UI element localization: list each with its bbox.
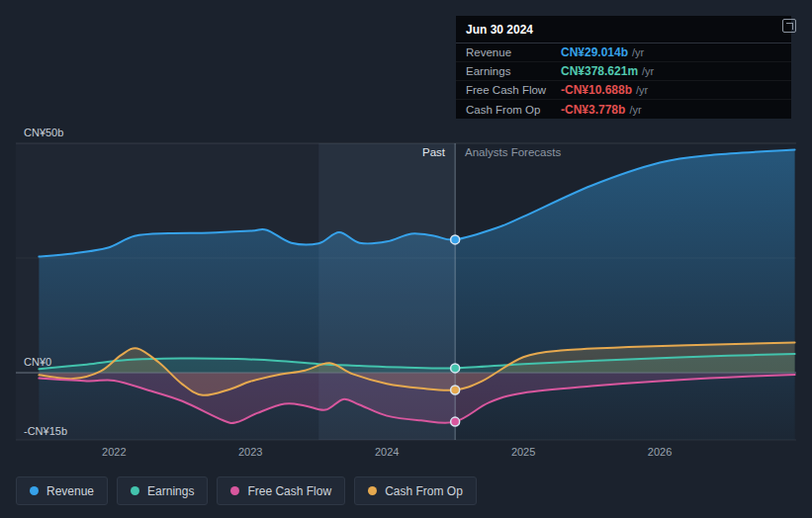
legend-label: Free Cash Flow [247,484,331,498]
legend-label: Earnings [147,484,194,498]
tooltip-row-cash-from-op: Cash From Op -CN¥3.778b /yr [456,100,791,119]
tooltip-value: CN¥378.621m [561,64,638,78]
tooltip-date: Jun 30 2024 [456,16,791,43]
x-tick-label: 2022 [102,446,126,458]
free-cash-flow-marker [451,417,460,426]
x-tick-label: 2025 [511,446,535,458]
tooltip-suffix: /yr [632,46,644,58]
tooltip-row-revenue: Revenue CN¥29.014b /yr [456,43,791,62]
tooltip-value: -CN¥10.688b [561,83,632,97]
legend-item-revenue[interactable]: Revenue [16,476,108,505]
tooltip-value: -CN¥3.778b [561,103,625,117]
x-tick-label: 2023 [238,446,262,458]
earnings-marker [451,364,460,373]
tooltip-value: CN¥29.014b [561,45,628,59]
expand-icon[interactable] [782,19,796,33]
earnings-dot-icon [131,486,139,495]
revenue-dot-icon [30,486,39,495]
legend-item-cash-from-op[interactable]: Cash From Op [354,476,477,505]
tooltip-label: Cash From Op [466,104,561,116]
tooltip-suffix: /yr [642,65,654,77]
cash-from-op-marker [451,386,460,394]
legend-label: Revenue [46,484,94,498]
legend-item-earnings[interactable]: Earnings [117,476,208,505]
chart-legend: Revenue Earnings Free Cash Flow Cash Fro… [16,476,477,505]
tooltip-suffix: /yr [629,104,641,116]
revenue-marker [451,235,460,244]
tooltip-row-earnings: Earnings CN¥378.621m /yr [456,62,791,81]
legend-item-free-cash-flow[interactable]: Free Cash Flow [217,476,345,505]
tooltip-suffix: /yr [636,84,648,96]
tooltip-row-free-cash-flow: Free Cash Flow -CN¥10.688b /yr [456,81,791,100]
y-tick-label: -CN¥15b [24,425,67,437]
x-tick-label: 2024 [375,446,399,458]
earnings-revenue-growth-chart: { "page": { "background": "#1b222d" }, "… [0,0,812,518]
y-tick-label: CN¥50b [24,127,63,138]
y-tick-label: CN¥0 [24,356,51,368]
free-cash-flow-dot-icon [230,486,239,495]
past-label: Past [422,146,445,158]
highlight-band [318,143,455,440]
tooltip-label: Free Cash Flow [466,84,561,96]
cash-from-op-dot-icon [368,486,377,495]
tooltip-label: Earnings [466,65,561,77]
tooltip-label: Revenue [466,46,561,58]
forecast-label: Analysts Forecasts [465,146,561,158]
legend-label: Cash From Op [385,484,463,498]
chart-tooltip: Jun 30 2024 Revenue CN¥29.014b /yr Earni… [456,16,791,119]
x-tick-label: 2026 [648,446,672,458]
